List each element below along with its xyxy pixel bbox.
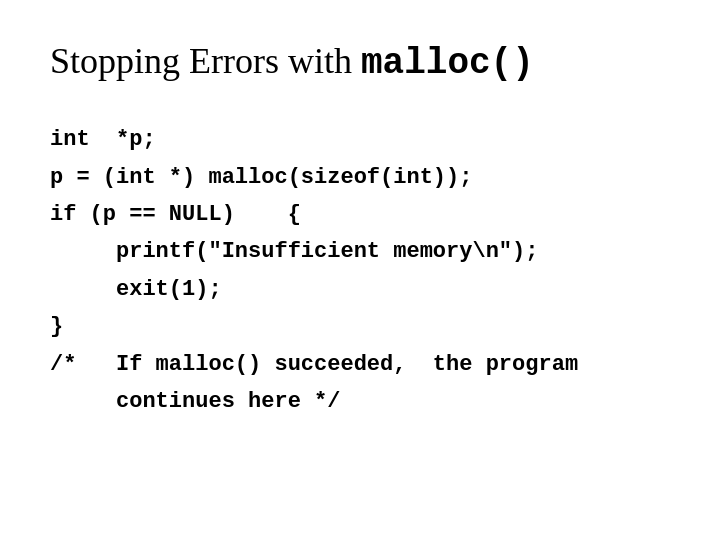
code-line-3: if (p == NULL) { <box>50 196 670 233</box>
code-line-6: } <box>50 308 670 345</box>
code-line-8: continues here */ <box>50 383 670 420</box>
code-block: int *p; p = (int *) malloc(sizeof(int));… <box>50 121 670 420</box>
code-line-1: int *p; <box>50 121 670 158</box>
slide: Stopping Errors with malloc() int *p; p … <box>0 0 720 540</box>
code-line-4: printf("Insufficient memory\n"); <box>50 233 670 270</box>
code-line-7: /* If malloc() succeeded, the program <box>50 346 670 383</box>
slide-title: Stopping Errors with malloc() <box>50 40 670 85</box>
title-code: malloc() <box>361 43 534 84</box>
code-line-2: p = (int *) malloc(sizeof(int)); <box>50 159 670 196</box>
title-text: Stopping Errors with <box>50 41 361 81</box>
code-line-5: exit(1); <box>50 271 670 308</box>
